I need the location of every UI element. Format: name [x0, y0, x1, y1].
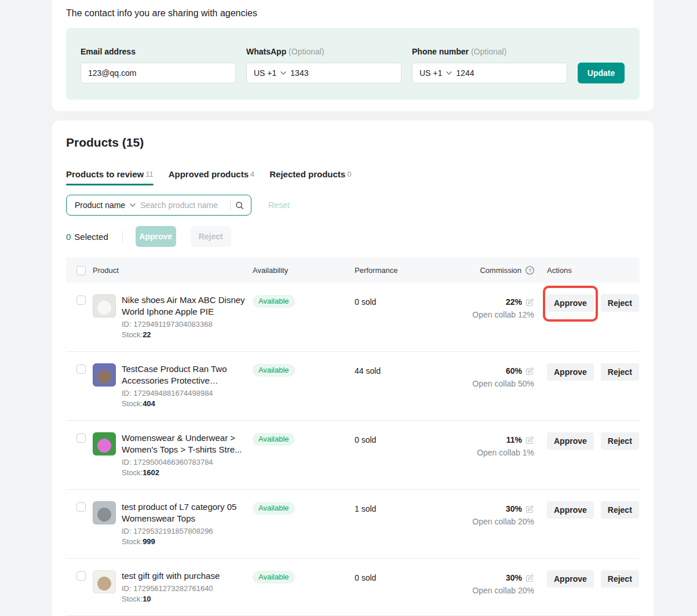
table-row: test product of L7 category 05 Womenswea…	[66, 490, 640, 559]
availability-badge: Available	[253, 571, 295, 584]
product-stock: Stock:10	[122, 595, 246, 604]
reset-link[interactable]: Reset	[268, 201, 290, 210]
approve-button[interactable]: Approve	[547, 294, 594, 312]
search-divider	[230, 201, 231, 210]
actions-cell: Approve Reject	[534, 570, 640, 588]
open-collab-value: Open collab 20%	[472, 585, 534, 596]
bulk-reject-button[interactable]: Reject	[191, 226, 231, 247]
edit-commission-icon[interactable]	[526, 505, 534, 513]
svg-text:?: ?	[528, 267, 531, 273]
product-stock: Stock:999	[122, 537, 246, 546]
phone-field-group: Phone number (Optional) US +1	[412, 46, 567, 100]
row-checkbox[interactable]	[76, 433, 86, 443]
tab-count-badge: 11	[145, 169, 154, 180]
col-header-performance: Performance	[355, 266, 444, 275]
products-table: Product Availability Performance Commiss…	[66, 257, 640, 616]
womenswear-model-photo	[93, 501, 116, 524]
chevron-down-icon[interactable]	[130, 203, 136, 207]
reject-button[interactable]: Reject	[601, 570, 639, 588]
search-icon[interactable]	[235, 201, 244, 210]
product-cell: test gift gift with purchase ID: 1729561…	[93, 570, 253, 604]
whatsapp-input[interactable]: US +1	[246, 63, 402, 83]
edit-commission-icon[interactable]	[526, 298, 534, 307]
reject-button[interactable]: Reject	[601, 294, 639, 312]
phone-optional-label: (Optional)	[471, 47, 506, 56]
commission-value: 22%	[506, 296, 522, 308]
selection-divider	[122, 231, 123, 242]
page-title: Products (15)	[66, 134, 640, 151]
table-row: test gift gift with purchase ID: 1729561…	[66, 559, 640, 616]
email-label: Email address	[81, 46, 236, 57]
product-name[interactable]: Womenswear & Underwear > Women's Tops > …	[122, 432, 246, 455]
col-header-product: Product	[93, 266, 253, 275]
product-name[interactable]: Nike shoes Air Max ABC Disney World Ipho…	[122, 294, 246, 318]
whatsapp-number-input[interactable]	[290, 68, 394, 78]
cat-photo	[93, 570, 116, 593]
performance-value: 1 sold	[355, 503, 444, 515]
tab-count-badge: 4	[250, 169, 254, 180]
product-id: ID: 1729561273282761640	[122, 584, 246, 593]
product-name[interactable]: test product of L7 category 05 Womenswea…	[122, 501, 246, 524]
phone-input[interactable]: US +1	[412, 63, 567, 83]
tab-products-to-review[interactable]: Products to review 11	[66, 169, 154, 185]
select-all-checkbox[interactable]	[76, 266, 86, 275]
selected-count: 0	[66, 232, 71, 242]
phone-number-input[interactable]	[456, 68, 560, 78]
help-icon[interactable]: ?	[526, 266, 534, 275]
row-checkbox[interactable]	[76, 571, 86, 581]
product-cell: test product of L7 category 05 Womenswea…	[93, 501, 253, 546]
whatsapp-label: WhatsApp (Optional)	[246, 46, 402, 57]
commission-value: 30%	[506, 503, 522, 515]
table-row: Nike shoes Air Max ABC Disney World Ipho…	[66, 283, 640, 352]
chevron-down-icon[interactable]	[446, 71, 452, 75]
reject-button[interactable]: Reject	[601, 501, 639, 519]
reject-button[interactable]: Reject	[601, 432, 639, 450]
open-collab-value: Open collab 12%	[472, 309, 534, 320]
email-input[interactable]	[81, 63, 236, 83]
product-name[interactable]: test gift gift with purchase	[122, 570, 246, 582]
commission-cell: 11% Open collab 1%	[444, 434, 534, 458]
filter-row: Product name Reset	[66, 195, 640, 216]
whatsapp-field-group: WhatsApp (Optional) US +1	[246, 46, 402, 100]
product-name[interactable]: TestCase Product Ran Two Accessories Pro…	[122, 363, 246, 387]
col-header-commission: Commission ?	[444, 266, 534, 275]
contact-heading: The contact info you are sharing with ag…	[66, 7, 640, 20]
tab-count-badge: 0	[347, 169, 351, 180]
table-row: TestCase Product Ran Two Accessories Pro…	[66, 352, 640, 421]
availability-badge: Available	[253, 502, 295, 515]
chevron-down-icon[interactable]	[280, 71, 286, 75]
approve-button[interactable]: Approve	[547, 432, 594, 450]
actions-cell: Approve Reject	[534, 501, 640, 519]
row-checkbox[interactable]	[76, 502, 86, 512]
update-button[interactable]: Update	[578, 63, 625, 83]
approve-button[interactable]: Approve	[547, 501, 594, 519]
edit-commission-icon[interactable]	[526, 574, 534, 582]
approve-button[interactable]: Approve	[547, 570, 594, 588]
edit-commission-icon[interactable]	[526, 367, 534, 376]
product-table-body: Nike shoes Air Max ABC Disney World Ipho…	[66, 283, 640, 616]
products-tabs: Products to review 11 Approved products …	[66, 169, 640, 185]
edit-commission-icon[interactable]	[526, 436, 534, 444]
col-header-availability: Availability	[253, 266, 355, 275]
tab-rejected-products[interactable]: Rejected products 0	[269, 169, 351, 185]
search-field-selector[interactable]: Product name	[75, 201, 125, 210]
product-cell: Womenswear & Underwear > Women's Tops > …	[93, 432, 253, 478]
whatsapp-country-select[interactable]: US +1	[254, 68, 276, 78]
product-search-combo[interactable]: Product name	[66, 195, 251, 216]
whatsapp-optional-label: (Optional)	[289, 47, 324, 56]
commission-value: 11%	[506, 434, 522, 446]
products-card: Products (15) Products to review 11 Appr…	[52, 121, 654, 616]
availability-badge: Available	[253, 433, 295, 446]
tab-approved-products[interactable]: Approved products 4	[169, 169, 255, 185]
approve-button[interactable]: Approve	[547, 363, 594, 381]
reject-button[interactable]: Reject	[601, 363, 639, 381]
row-checkbox[interactable]	[76, 296, 86, 305]
actions-cell: Approve Reject	[534, 294, 640, 312]
product-id: ID: 1729500466360783784	[122, 458, 246, 467]
phone-country-select[interactable]: US +1	[419, 68, 442, 78]
bulk-approve-button[interactable]: Approve	[136, 226, 176, 247]
actions-cell: Approve Reject	[534, 432, 640, 450]
search-input[interactable]	[140, 201, 225, 210]
table-header: Product Availability Performance Commiss…	[66, 257, 640, 283]
row-checkbox[interactable]	[76, 365, 86, 374]
